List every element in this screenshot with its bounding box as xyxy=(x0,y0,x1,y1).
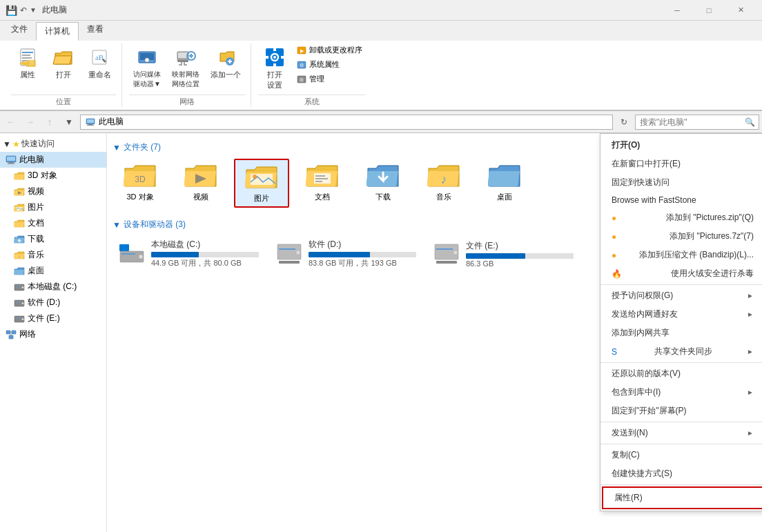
tab-view[interactable]: 查看 xyxy=(79,21,112,41)
ribbon-content: 属性 打开 xyxy=(0,41,762,110)
sidebar-item-desktop[interactable]: 桌面 xyxy=(0,263,106,279)
recent-locations-button[interactable]: ▼ xyxy=(61,114,77,130)
tab-computer[interactable]: 计算机 xyxy=(36,22,79,41)
sidebar-item-this-pc[interactable]: 此电脑 xyxy=(0,152,106,168)
ctx-item-include-lib[interactable]: 包含到库中(I) ► xyxy=(600,383,762,402)
folder-item-video[interactable]: 视频 xyxy=(173,159,228,208)
sidebar-item-downloads[interactable]: 下载 xyxy=(0,231,106,247)
ctx-item-bandizip[interactable]: ● 添加到压缩文件 (Bandizip)(L)... xyxy=(600,246,762,264)
ribbon-btn-add-location[interactable]: 添加一个 xyxy=(206,43,245,83)
drive-item-e[interactable]: 文件 (E:) 86.3 GB xyxy=(427,236,579,271)
uninstall-icon: ▶ xyxy=(297,46,306,55)
ctx-item-send-friend[interactable]: 发送给内网通好友 ► xyxy=(600,305,762,324)
ribbon-btn-settings-label: 打开设置 xyxy=(267,70,282,90)
svg-text:⊞: ⊞ xyxy=(300,77,304,82)
quick-access-dropdown-icon[interactable]: ▼ xyxy=(30,6,37,14)
folder-item-3d[interactable]: 3D 3D 对象 xyxy=(113,159,168,208)
ctx-arrow-lib: ► xyxy=(747,388,754,396)
close-button[interactable]: ✕ xyxy=(725,0,756,21)
ribbon-btn-media[interactable]: 访问媒体驱动器▼ xyxy=(129,43,165,92)
refresh-button[interactable]: ↻ xyxy=(616,114,632,130)
ribbon-btn-open[interactable]: 打开 xyxy=(47,43,80,83)
svg-rect-20 xyxy=(273,63,276,66)
folder-pic-icon xyxy=(14,203,25,213)
ribbon-btn-rename[interactable]: aB 重命名 xyxy=(83,43,116,83)
sidebar-item-docs[interactable]: 文档 xyxy=(0,215,106,231)
ctx-item-add-7z[interactable]: ● 添加到 "Pictures.7z"(7) xyxy=(600,227,762,246)
sidebar-item-drive-c[interactable]: 本地磁盘 (C:) xyxy=(0,279,106,295)
ctx-arrow-send: ► xyxy=(747,429,754,437)
folder-item-pictures[interactable]: 图片 xyxy=(234,159,289,208)
sidebar-item-3d[interactable]: 3D 对象 xyxy=(0,168,106,184)
drive-item-c[interactable]: 本地磁盘 (C:) 44.9 GB 可用，共 80.0 GB xyxy=(113,236,264,271)
ribbon-btn-manage[interactable]: ⊞ 管理 xyxy=(294,72,365,86)
ctx-item-copy[interactable]: 复制(C) xyxy=(600,446,762,464)
ribbon: 文件 计算机 查看 xyxy=(0,21,762,111)
sidebar-item-drive-d[interactable]: 软件 (D:) xyxy=(0,295,106,311)
svg-rect-61 xyxy=(119,244,129,251)
ctx-properties-label: 属性(R) xyxy=(614,492,643,504)
minimize-button[interactable]: ─ xyxy=(661,0,693,21)
sidebar-desktop-label: 桌面 xyxy=(28,265,44,277)
media-drive-icon xyxy=(136,46,158,68)
ctx-separator-1 xyxy=(600,284,762,285)
folder-item-desktop[interactable]: 桌面 xyxy=(477,159,532,208)
folder-docs-label: 文档 xyxy=(315,192,330,202)
ctx-item-properties[interactable]: 属性(R) xyxy=(602,486,762,509)
ctx-open-new-label: 在新窗口中打开(E) xyxy=(612,158,681,170)
ribbon-group-location-items: 属性 打开 xyxy=(11,43,116,93)
drive-item-d[interactable]: 软件 (D:) 83.8 GB 可用，共 193 GB xyxy=(270,236,422,271)
quick-access-save-icon[interactable]: 💾 xyxy=(6,5,17,16)
sidebar-section-quick-access[interactable]: ▼ ★ 快速访问 xyxy=(0,136,106,152)
ctx-item-antivirus[interactable]: 🔥 使用火绒安全进行杀毒 xyxy=(600,264,762,283)
folder-pic-label: 图片 xyxy=(254,193,269,204)
ctx-item-send-to[interactable]: 发送到(N) ► xyxy=(600,424,762,442)
folder-video-large-icon xyxy=(184,161,217,189)
tab-file[interactable]: 文件 xyxy=(3,21,36,41)
ctx-item-grant-access[interactable]: 授予访问权限(G) ► xyxy=(600,286,762,305)
sidebar-item-drive-e[interactable]: 文件 (E:) xyxy=(0,311,106,326)
drive-c-large-icon xyxy=(118,243,146,265)
ribbon-btn-sys-props[interactable]: ⚙ 系统属性 xyxy=(294,58,365,71)
sidebar-drive-e-label: 文件 (E:) xyxy=(28,313,60,324)
ctx-item-create-shortcut[interactable]: 创建快捷方式(S) xyxy=(600,464,762,483)
ctx-add-share-label: 添加到内网共享 xyxy=(612,327,670,339)
sidebar-item-music[interactable]: ♪ 音乐 xyxy=(0,247,106,263)
folder-dl-large-icon xyxy=(367,161,400,189)
sidebar-item-network[interactable]: 网络 xyxy=(0,326,106,342)
back-button[interactable]: ← xyxy=(3,114,19,130)
ribbon-btn-uninstall[interactable]: ▶ 卸载或更改程序 xyxy=(294,43,365,57)
ctx-item-open-new[interactable]: 在新窗口中打开(E) xyxy=(600,155,762,173)
ctx-item-restore[interactable]: 还原以前的版本(V) xyxy=(600,364,762,383)
ctx-pin-start-label: 固定到"开始"屏幕(P) xyxy=(612,405,687,417)
folder-item-docs[interactable]: 文档 xyxy=(295,159,350,208)
up-button[interactable]: ↑ xyxy=(41,114,58,130)
svg-point-55 xyxy=(253,175,257,179)
ctx-item-pin-quick[interactable]: 固定到快速访问 xyxy=(600,173,762,192)
ribbon-btn-properties-label: 属性 xyxy=(20,70,35,80)
ctx-item-pin-start[interactable]: 固定到"开始"屏幕(P) xyxy=(600,402,762,420)
svg-rect-72 xyxy=(436,261,457,264)
folder-item-music[interactable]: ♪ 音乐 xyxy=(416,159,471,208)
search-input[interactable] xyxy=(635,115,759,130)
ctx-fire-icon: 🔥 xyxy=(612,269,622,279)
ribbon-btn-map-network[interactable]: 映射网络网络位置 xyxy=(168,43,204,92)
folder-music-label: 音乐 xyxy=(436,192,451,202)
sidebar-item-video[interactable]: 视频 xyxy=(0,184,106,199)
maximize-button[interactable]: □ xyxy=(693,0,725,21)
folder-item-downloads[interactable]: 下载 xyxy=(355,159,411,208)
ctx-item-add-zip[interactable]: ● 添加到 "Pictures.zip"(Q) xyxy=(600,208,762,227)
ctx-item-browse-faststone[interactable]: Browse with FastStone xyxy=(600,192,762,208)
ctx-item-add-share[interactable]: 添加到内网共享 xyxy=(600,324,762,342)
ctx-item-open[interactable]: 打开(O) xyxy=(600,134,762,155)
ribbon-btn-properties[interactable]: 属性 xyxy=(11,43,44,83)
address-path[interactable]: 此电脑 xyxy=(80,115,613,130)
ribbon-btn-settings[interactable]: 打开设置 xyxy=(258,43,291,93)
rename-icon: aB xyxy=(88,46,110,68)
forward-button[interactable]: → xyxy=(22,114,39,130)
ctx-item-sync[interactable]: S 共享文件夹同步 ► xyxy=(600,342,762,361)
quick-access-undo-icon[interactable]: ↶ xyxy=(20,6,27,15)
svg-rect-3 xyxy=(22,57,32,59)
sidebar-item-pictures[interactable]: 图片 xyxy=(0,199,106,215)
svg-text:3D: 3D xyxy=(135,175,146,184)
